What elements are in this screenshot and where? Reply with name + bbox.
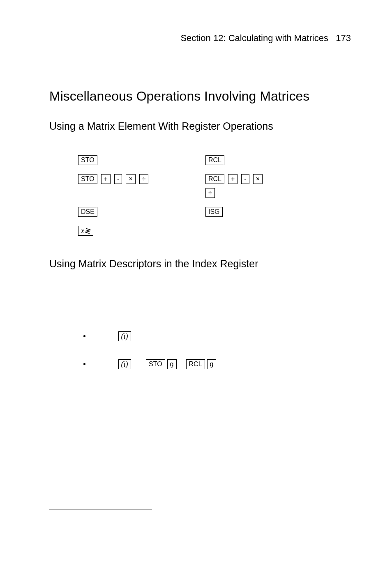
divide-key: ÷	[205, 188, 215, 198]
subheading-1: Using a Matrix Element With Register Ope…	[49, 120, 351, 132]
rcl-key: RCL	[205, 155, 224, 165]
sto-key: STO	[146, 359, 165, 369]
sto-key: STO	[78, 174, 97, 184]
operations-block: STO RCL STO + - × ÷ RCL + - × ÷	[49, 153, 351, 237]
footnote-rule	[49, 510, 152, 510]
plus-key: +	[228, 174, 238, 184]
subheading-2: Using Matrix Descriptors in the Index Re…	[49, 258, 351, 270]
minus-key: -	[114, 174, 122, 184]
section-title: Miscellaneous Operations Involving Matri…	[49, 89, 351, 104]
section-label: Section 12: Calculating with Matrices	[180, 33, 328, 43]
i-key: (i)	[118, 331, 131, 341]
i-key: (i)	[118, 359, 131, 369]
page-number: 173	[336, 33, 351, 43]
sto-key: STO	[78, 155, 97, 165]
g-key: g	[167, 359, 177, 369]
g-key: g	[207, 359, 217, 369]
isg-key: ISG	[205, 207, 223, 217]
plus-key: +	[101, 174, 111, 184]
dse-key: DSE	[78, 207, 97, 217]
bullet-list: (i) (i) STOg RCLg	[78, 330, 351, 369]
minus-key: -	[241, 174, 249, 184]
page-header: Section 12: Calculating with Matrices 17…	[49, 33, 351, 44]
divide-key: ÷	[139, 174, 149, 184]
times-key: ×	[126, 174, 135, 184]
xswap-key: x≷	[78, 226, 93, 236]
times-key: ×	[253, 174, 263, 184]
bullet-item-2: (i) STOg RCLg	[90, 358, 351, 369]
rcl-key: RCL	[205, 174, 224, 184]
bullet-item-1: (i)	[90, 330, 351, 341]
rcl-key: RCL	[186, 359, 205, 369]
